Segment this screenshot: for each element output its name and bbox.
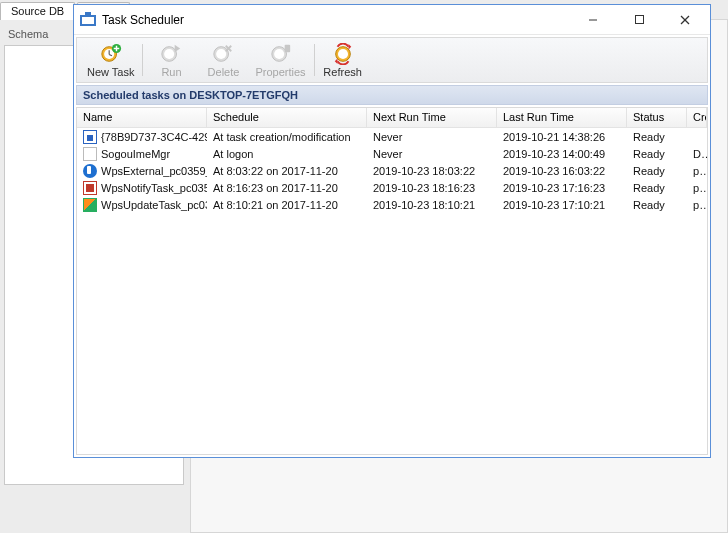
task-icon	[83, 147, 97, 161]
table-row[interactable]: WpsNotifyTask_pc0359At 8:16:23 on 2017-1…	[77, 179, 707, 196]
window-title: Task Scheduler	[102, 13, 570, 27]
run-icon	[160, 43, 182, 65]
task-icon	[83, 130, 97, 144]
svg-rect-1	[82, 17, 94, 24]
task-name: WpsNotifyTask_pc0359	[101, 182, 207, 194]
svg-marker-25	[348, 44, 351, 50]
cell-schedule: At 8:10:21 on 2017-11-20	[207, 198, 367, 211]
task-icon	[83, 181, 97, 195]
table-row[interactable]: WpsUpdateTask_pc0359At 8:10:21 on 2017-1…	[77, 196, 707, 213]
schema-label: Schema	[8, 28, 48, 40]
cell-status: Ready	[627, 164, 687, 177]
cell-creator	[687, 136, 707, 137]
close-button[interactable]	[662, 6, 708, 34]
cell-last: 2019-10-23 14:00:49	[497, 147, 627, 160]
host-tab-source-db[interactable]: Source DB	[0, 2, 75, 20]
delete-button: Delete	[197, 40, 249, 80]
cell-status: Ready	[627, 130, 687, 143]
svg-point-21	[274, 49, 284, 59]
refresh-button[interactable]: Refresh	[317, 40, 369, 80]
table-row[interactable]: WpsExternal_pc0359_...At 8:03:22 on 2017…	[77, 162, 707, 179]
toolbar-label: Refresh	[323, 66, 362, 78]
new-task-icon	[100, 43, 122, 65]
cell-last: 2019-10-23 17:16:23	[497, 181, 627, 194]
svg-point-14	[165, 49, 175, 59]
new-task-button[interactable]: New Task	[81, 40, 140, 80]
toolbar-label: Delete	[208, 66, 240, 78]
cell-last: 2019-10-23 16:03:22	[497, 164, 627, 177]
properties-icon	[270, 43, 292, 65]
cell-schedule: At 8:03:22 on 2017-11-20	[207, 164, 367, 177]
task-icon	[83, 198, 97, 212]
cell-status: Ready	[627, 198, 687, 211]
cell-name: WpsNotifyTask_pc0359	[77, 180, 207, 195]
refresh-icon	[332, 43, 354, 65]
col-status[interactable]: Status	[627, 108, 687, 127]
toolbar: New Task Run Delete	[76, 37, 708, 83]
cell-creator: pc0359	[687, 164, 707, 177]
cell-next: 2019-10-23 18:03:22	[367, 164, 497, 177]
cell-last: 2019-10-23 17:10:21	[497, 198, 627, 211]
cell-creator: DESKTOP-7E...	[687, 147, 707, 160]
titlebar[interactable]: Task Scheduler	[74, 5, 710, 35]
col-last[interactable]: Last Run Time	[497, 108, 627, 127]
properties-button: Properties	[249, 40, 311, 80]
task-name: WpsUpdateTask_pc0359	[101, 199, 207, 211]
task-name: WpsExternal_pc0359_...	[101, 165, 207, 177]
toolbar-label: New Task	[87, 66, 134, 78]
cell-schedule: At task creation/modification	[207, 130, 367, 143]
table-row[interactable]: {78B9D737-3C4C-429...At task creation/mo…	[77, 128, 707, 145]
svg-point-17	[217, 49, 227, 59]
cell-name: WpsExternal_pc0359_...	[77, 163, 207, 178]
task-name: SogouImeMgr	[101, 148, 170, 160]
cell-schedule: At logon	[207, 147, 367, 160]
table-row[interactable]: SogouImeMgrAt logonNever2019-10-23 14:00…	[77, 145, 707, 162]
svg-rect-2	[85, 12, 91, 16]
task-name: {78B9D737-3C4C-429...	[101, 131, 207, 143]
col-creator[interactable]: Creator	[687, 108, 707, 127]
cell-schedule: At 8:16:23 on 2017-11-20	[207, 181, 367, 194]
toolbar-label: Properties	[255, 66, 305, 78]
cell-name: WpsUpdateTask_pc0359	[77, 197, 207, 212]
svg-rect-22	[284, 45, 290, 52]
cell-creator: pc0359	[687, 181, 707, 194]
cell-next: Never	[367, 147, 497, 160]
info-banner: Scheduled tasks on DESKTOP-7ETGFQH	[76, 85, 708, 105]
toolbar-label: Run	[161, 66, 181, 78]
cell-next: 2019-10-23 18:10:21	[367, 198, 497, 211]
grid-header: Name Schedule Next Run Time Last Run Tim…	[77, 108, 707, 128]
toolbar-separator	[314, 44, 315, 76]
grid-body: {78B9D737-3C4C-429...At task creation/mo…	[77, 128, 707, 454]
col-name[interactable]: Name	[77, 108, 207, 127]
cell-next: Never	[367, 130, 497, 143]
cell-name: SogouImeMgr	[77, 146, 207, 161]
task-icon	[83, 164, 97, 178]
task-scheduler-window: Task Scheduler	[73, 4, 711, 458]
cell-last: 2019-10-21 14:38:26	[497, 130, 627, 143]
app-icon	[80, 12, 96, 28]
cell-next: 2019-10-23 18:16:23	[367, 181, 497, 194]
svg-marker-15	[175, 45, 181, 52]
minimize-button[interactable]	[570, 6, 616, 34]
maximize-button[interactable]	[616, 6, 662, 34]
cell-status: Ready	[627, 147, 687, 160]
cell-status: Ready	[627, 181, 687, 194]
svg-marker-26	[334, 59, 337, 65]
svg-point-24	[338, 49, 348, 59]
cell-creator: pc0359	[687, 198, 707, 211]
delete-icon	[212, 43, 234, 65]
col-schedule[interactable]: Schedule	[207, 108, 367, 127]
cell-name: {78B9D737-3C4C-429...	[77, 129, 207, 144]
run-button: Run	[145, 40, 197, 80]
col-next[interactable]: Next Run Time	[367, 108, 497, 127]
task-grid[interactable]: Name Schedule Next Run Time Last Run Tim…	[76, 107, 708, 455]
toolbar-separator	[142, 44, 143, 76]
